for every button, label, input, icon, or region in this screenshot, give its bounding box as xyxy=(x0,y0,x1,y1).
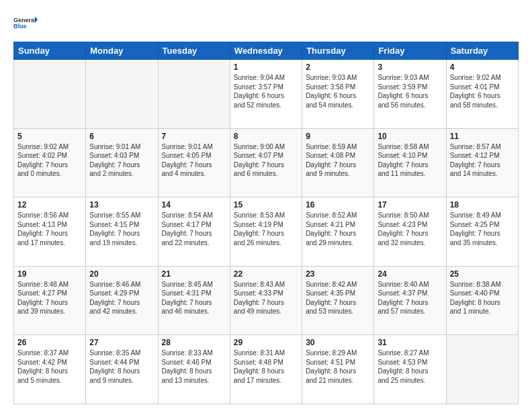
calendar-cell: 12Sunrise: 8:56 AM Sunset: 4:13 PM Dayli… xyxy=(14,197,86,267)
calendar-cell: 4Sunrise: 9:02 AM Sunset: 4:01 PM Daylig… xyxy=(446,60,518,129)
day-number: 2 xyxy=(306,62,370,72)
day-number: 11 xyxy=(450,132,515,141)
week-row-4: 26Sunrise: 8:37 AM Sunset: 4:42 PM Dayli… xyxy=(14,335,519,404)
calendar-cell: 24Sunrise: 8:40 AM Sunset: 4:37 PM Dayli… xyxy=(374,266,446,335)
day-number: 21 xyxy=(162,269,226,279)
week-row-3: 19Sunrise: 8:48 AM Sunset: 4:27 PM Dayli… xyxy=(14,266,519,335)
calendar-cell: 18Sunrise: 8:49 AM Sunset: 4:25 PM Dayli… xyxy=(446,197,518,267)
calendar-cell: 20Sunrise: 8:46 AM Sunset: 4:29 PM Dayli… xyxy=(86,266,158,335)
calendar-cell xyxy=(446,335,518,404)
day-info: Sunrise: 9:03 AM Sunset: 3:59 PM Dayligh… xyxy=(378,73,442,109)
day-number: 22 xyxy=(234,269,298,279)
day-number: 19 xyxy=(17,269,82,279)
day-info: Sunrise: 8:27 AM Sunset: 4:53 PM Dayligh… xyxy=(378,349,442,385)
day-number: 15 xyxy=(234,200,298,210)
day-info: Sunrise: 8:46 AM Sunset: 4:29 PM Dayligh… xyxy=(89,280,154,316)
calendar-cell: 30Sunrise: 8:29 AM Sunset: 4:51 PM Dayli… xyxy=(302,335,374,404)
day-info: Sunrise: 9:01 AM Sunset: 4:03 PM Dayligh… xyxy=(89,142,154,179)
page: GeneralBlue SundayMondayTuesdayWednesday… xyxy=(0,0,532,411)
day-number: 25 xyxy=(450,269,515,279)
day-number: 3 xyxy=(378,62,442,72)
calendar-cell xyxy=(14,60,86,129)
week-row-2: 12Sunrise: 8:56 AM Sunset: 4:13 PM Dayli… xyxy=(14,197,519,267)
day-info: Sunrise: 8:52 AM Sunset: 4:21 PM Dayligh… xyxy=(306,211,370,247)
day-number: 8 xyxy=(234,132,298,141)
day-number: 1 xyxy=(234,62,298,72)
calendar-cell: 7Sunrise: 9:01 AM Sunset: 4:05 PM Daylig… xyxy=(158,128,230,197)
day-info: Sunrise: 8:56 AM Sunset: 4:13 PM Dayligh… xyxy=(17,211,82,247)
day-info: Sunrise: 8:58 AM Sunset: 4:10 PM Dayligh… xyxy=(378,142,442,179)
day-info: Sunrise: 8:45 AM Sunset: 4:31 PM Dayligh… xyxy=(162,280,226,316)
day-info: Sunrise: 8:31 AM Sunset: 4:48 PM Dayligh… xyxy=(234,349,298,385)
day-number: 31 xyxy=(378,338,442,347)
logo-svg: GeneralBlue xyxy=(13,11,38,35)
day-number: 20 xyxy=(89,269,154,279)
calendar-cell: 29Sunrise: 8:31 AM Sunset: 4:48 PM Dayli… xyxy=(230,335,302,404)
calendar-cell: 21Sunrise: 8:45 AM Sunset: 4:31 PM Dayli… xyxy=(158,266,230,335)
calendar-cell: 19Sunrise: 8:48 AM Sunset: 4:27 PM Dayli… xyxy=(14,266,86,335)
calendar-cell: 11Sunrise: 8:57 AM Sunset: 4:12 PM Dayli… xyxy=(446,128,518,197)
day-info: Sunrise: 8:50 AM Sunset: 4:23 PM Dayligh… xyxy=(378,211,442,247)
week-row-1: 5Sunrise: 9:02 AM Sunset: 4:02 PM Daylig… xyxy=(14,128,519,197)
day-info: Sunrise: 8:49 AM Sunset: 4:25 PM Dayligh… xyxy=(450,211,515,247)
calendar-cell xyxy=(86,60,158,129)
calendar-cell: 13Sunrise: 8:55 AM Sunset: 4:15 PM Dayli… xyxy=(86,197,158,267)
day-info: Sunrise: 9:04 AM Sunset: 3:57 PM Dayligh… xyxy=(234,73,298,109)
day-number: 9 xyxy=(306,132,370,141)
day-info: Sunrise: 9:00 AM Sunset: 4:07 PM Dayligh… xyxy=(234,142,298,179)
svg-marker-2 xyxy=(35,16,38,23)
day-info: Sunrise: 8:29 AM Sunset: 4:51 PM Dayligh… xyxy=(306,349,370,385)
day-number: 28 xyxy=(162,338,226,347)
day-number: 6 xyxy=(89,132,154,141)
day-info: Sunrise: 8:43 AM Sunset: 4:33 PM Dayligh… xyxy=(234,280,298,316)
day-info: Sunrise: 8:42 AM Sunset: 4:35 PM Dayligh… xyxy=(306,280,370,316)
calendar-cell: 8Sunrise: 9:00 AM Sunset: 4:07 PM Daylig… xyxy=(230,128,302,197)
day-number: 17 xyxy=(378,200,442,210)
day-info: Sunrise: 9:02 AM Sunset: 4:02 PM Dayligh… xyxy=(17,142,82,179)
day-info: Sunrise: 9:02 AM Sunset: 4:01 PM Dayligh… xyxy=(450,73,515,109)
day-info: Sunrise: 9:03 AM Sunset: 3:58 PM Dayligh… xyxy=(306,73,370,109)
calendar-cell: 27Sunrise: 8:35 AM Sunset: 4:44 PM Dayli… xyxy=(86,335,158,404)
day-number: 18 xyxy=(450,200,515,210)
calendar-cell: 31Sunrise: 8:27 AM Sunset: 4:53 PM Dayli… xyxy=(374,335,446,404)
day-info: Sunrise: 8:33 AM Sunset: 4:46 PM Dayligh… xyxy=(162,349,226,385)
day-info: Sunrise: 8:48 AM Sunset: 4:27 PM Dayligh… xyxy=(17,280,82,316)
calendar-cell: 16Sunrise: 8:52 AM Sunset: 4:21 PM Dayli… xyxy=(302,197,374,267)
calendar-cell: 15Sunrise: 8:53 AM Sunset: 4:19 PM Dayli… xyxy=(230,197,302,267)
day-number: 29 xyxy=(234,338,298,347)
day-info: Sunrise: 8:57 AM Sunset: 4:12 PM Dayligh… xyxy=(450,142,515,179)
day-info: Sunrise: 8:55 AM Sunset: 4:15 PM Dayligh… xyxy=(89,211,154,247)
calendar-cell: 9Sunrise: 8:59 AM Sunset: 4:08 PM Daylig… xyxy=(302,128,374,197)
day-number: 24 xyxy=(378,269,442,279)
day-info: Sunrise: 9:01 AM Sunset: 4:05 PM Dayligh… xyxy=(162,142,226,179)
day-number: 14 xyxy=(162,200,226,210)
header: GeneralBlue xyxy=(13,11,519,35)
day-number: 10 xyxy=(378,132,442,141)
calendar-cell: 23Sunrise: 8:42 AM Sunset: 4:35 PM Dayli… xyxy=(302,266,374,335)
calendar-cell: 10Sunrise: 8:58 AM Sunset: 4:10 PM Dayli… xyxy=(374,128,446,197)
day-number: 12 xyxy=(17,200,82,210)
weekday-header-friday: Friday xyxy=(374,42,446,60)
day-info: Sunrise: 8:54 AM Sunset: 4:17 PM Dayligh… xyxy=(162,211,226,247)
day-number: 27 xyxy=(89,338,154,347)
weekday-header-row: SundayMondayTuesdayWednesdayThursdayFrid… xyxy=(14,42,519,60)
calendar-cell: 26Sunrise: 8:37 AM Sunset: 4:42 PM Dayli… xyxy=(14,335,86,404)
calendar-cell: 1Sunrise: 9:04 AM Sunset: 3:57 PM Daylig… xyxy=(230,60,302,129)
calendar-cell: 5Sunrise: 9:02 AM Sunset: 4:02 PM Daylig… xyxy=(14,128,86,197)
day-number: 4 xyxy=(450,62,515,72)
day-info: Sunrise: 8:59 AM Sunset: 4:08 PM Dayligh… xyxy=(306,142,370,179)
calendar-cell: 25Sunrise: 8:38 AM Sunset: 4:40 PM Dayli… xyxy=(446,266,518,335)
weekday-header-saturday: Saturday xyxy=(446,42,518,60)
day-number: 23 xyxy=(306,269,370,279)
calendar-cell: 2Sunrise: 9:03 AM Sunset: 3:58 PM Daylig… xyxy=(302,60,374,129)
day-info: Sunrise: 8:37 AM Sunset: 4:42 PM Dayligh… xyxy=(17,349,82,385)
day-number: 26 xyxy=(17,338,82,347)
day-number: 16 xyxy=(306,200,370,210)
calendar-cell: 28Sunrise: 8:33 AM Sunset: 4:46 PM Dayli… xyxy=(158,335,230,404)
day-number: 13 xyxy=(89,200,154,210)
calendar-table: SundayMondayTuesdayWednesdayThursdayFrid… xyxy=(13,42,519,404)
calendar-cell: 3Sunrise: 9:03 AM Sunset: 3:59 PM Daylig… xyxy=(374,60,446,129)
weekday-header-tuesday: Tuesday xyxy=(158,42,230,60)
day-info: Sunrise: 8:35 AM Sunset: 4:44 PM Dayligh… xyxy=(89,349,154,385)
calendar-cell: 17Sunrise: 8:50 AM Sunset: 4:23 PM Dayli… xyxy=(374,197,446,267)
